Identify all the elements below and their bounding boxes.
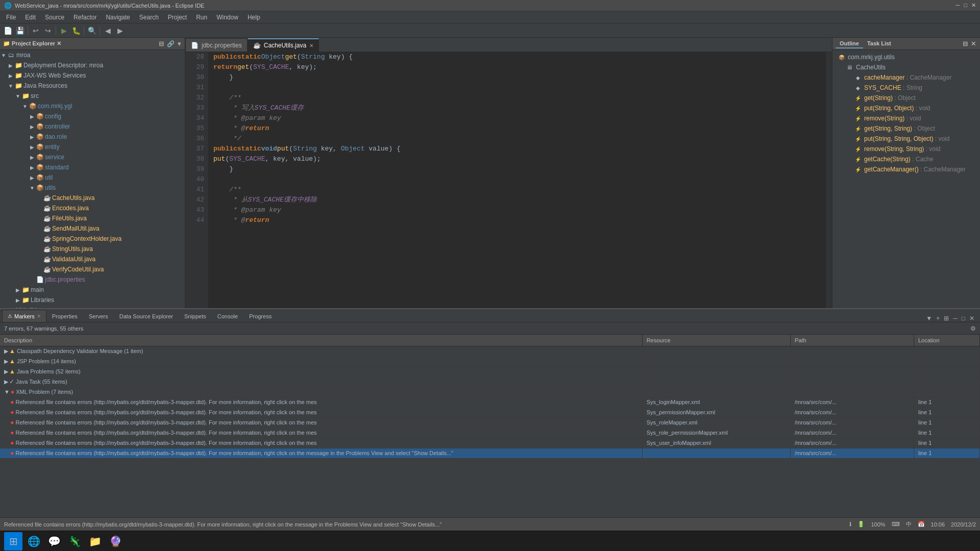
tree-item-FileUtils.java[interactable]: ☕FileUtils.java	[0, 213, 185, 223]
outline-collapse-btn[interactable]: ⊟	[962, 40, 969, 47]
tab-jdbc-properties[interactable]: 📄 jdbc.properties	[185, 38, 248, 52]
outline-item[interactable]: ⚡put(String, String, Object) : void	[832, 134, 980, 144]
save-btn[interactable]: 💾	[14, 25, 26, 36]
taskbar-app5[interactable]: 🔮	[106, 532, 125, 550]
bottom-tab-snippets[interactable]: Snippets	[179, 310, 212, 322]
table-row[interactable]: ● Referenced file contains errors (http:…	[0, 397, 980, 407]
tree-item-dao.role[interactable]: ▶📦dao.role	[0, 132, 185, 142]
menu-refactor[interactable]: Refactor	[69, 13, 101, 22]
col-description[interactable]: Description	[0, 335, 642, 346]
table-row[interactable]: ▶✓ Java Task (55 items)	[0, 377, 980, 387]
filter-problems-btn[interactable]: ▼	[924, 315, 934, 322]
collapse-all-btn[interactable]: ⊟	[158, 40, 165, 47]
problems-table-container[interactable]: Description Resource Path Location ▶▲ Cl…	[0, 335, 980, 517]
tree-item-jdbc.properties[interactable]: 📄jdbc.properties	[0, 274, 185, 285]
code-line-40[interactable]	[213, 174, 826, 185]
run-btn[interactable]: ▶	[58, 25, 69, 36]
menu-window[interactable]: Window	[212, 13, 242, 22]
tree-item-VerifyCodeUtil.java[interactable]: ☕VerifyCodeUtil.java	[0, 264, 185, 274]
tree-item-StringUtils.java[interactable]: ☕StringUtils.java	[0, 244, 185, 254]
tree-item-mroa[interactable]: ▼🗂mroa	[0, 50, 185, 60]
tree-item-src[interactable]: ▼📁src	[0, 91, 185, 101]
start-btn[interactable]: ⊞	[4, 532, 22, 550]
menu-source[interactable]: Source	[41, 13, 68, 22]
outline-item[interactable]: ⚡get(String, String) : Object	[832, 123, 980, 134]
debug-btn[interactable]: 🐛	[70, 25, 82, 36]
menu-help[interactable]: Help	[243, 13, 264, 22]
outline-tab-tasklist[interactable]: Task List	[863, 39, 895, 48]
bottom-min-btn[interactable]: ─	[951, 315, 959, 322]
new-btn[interactable]: 📄	[2, 25, 13, 36]
table-row[interactable]: ▼● XML Problem (7 items)	[0, 387, 980, 397]
group-arrow[interactable]: ▶	[4, 358, 8, 364]
expand-all-btn[interactable]: ⊞	[942, 315, 950, 322]
tree-item-utils[interactable]: ▼📦utils	[0, 183, 185, 193]
tree-item-SendMailUtil.java[interactable]: ☕SendMailUtil.java	[0, 223, 185, 234]
tree-item-controller[interactable]: ▶📦controller	[0, 121, 185, 132]
code-line-37[interactable]: public static void put(String key, Objec…	[213, 144, 826, 154]
undo-btn[interactable]: ↩	[30, 25, 41, 36]
editor-scrollbar[interactable]	[826, 52, 832, 308]
table-row[interactable]: ▶▲ JSP Problem (14 items)	[0, 356, 980, 366]
code-line-29[interactable]: return get(SYS_CACHE, key);	[213, 62, 826, 72]
outline-item[interactable]: ◆cacheManager : CacheManager	[832, 72, 980, 83]
tree-item-com.mrkj.ygl[interactable]: ▼📦com.mrkj.ygl	[0, 101, 185, 111]
tab-close-cache[interactable]: ✕	[309, 43, 313, 48]
table-row[interactable]: ● Referenced file contains errors (http:…	[0, 417, 980, 428]
code-line-28[interactable]: public static Object get(String key) {	[213, 52, 826, 62]
tree-item-config[interactable]: ▶📦config	[0, 111, 185, 121]
table-row[interactable]: ● Referenced file contains errors (http:…	[0, 407, 980, 417]
maximize-btn[interactable]: □	[964, 2, 967, 9]
filter-btn[interactable]: ⚙	[970, 325, 976, 332]
outline-tab-outline[interactable]: Outline	[836, 39, 863, 48]
col-resource[interactable]: Resource	[642, 335, 790, 346]
code-line-34[interactable]: * @param key	[213, 113, 826, 123]
code-line-31[interactable]	[213, 83, 826, 93]
code-line-41[interactable]: /**	[213, 185, 826, 195]
taskbar-browser[interactable]: 🌐	[24, 532, 43, 550]
menu-edit[interactable]: Edit	[21, 13, 40, 22]
tree-item-CacheUtils.java[interactable]: ☕CacheUtils.java	[0, 193, 185, 203]
code-line-35[interactable]: * @return	[213, 123, 826, 134]
menu-run[interactable]: Run	[192, 13, 211, 22]
table-row[interactable]: ▶▲ Java Problems (52 items)	[0, 366, 980, 377]
outline-item[interactable]: 🏛CacheUtils	[832, 62, 980, 72]
table-row[interactable]: ● Referenced file contains errors (http:…	[0, 448, 980, 458]
redo-btn[interactable]: ↪	[42, 25, 54, 36]
bottom-tab-servers[interactable]: Servers	[83, 310, 114, 322]
outline-item[interactable]: ◆SYS_CACHE : String	[832, 83, 980, 93]
code-line-30[interactable]: }	[213, 72, 826, 83]
bottom-tab-datasource[interactable]: Data Source Explorer	[114, 310, 179, 322]
prev-btn[interactable]: ◀	[102, 25, 113, 36]
code-line-33[interactable]: * 写入SYS_CACHE缓存	[213, 103, 826, 113]
new-task-btn[interactable]: +	[935, 315, 941, 322]
minimize-btn[interactable]: ─	[956, 2, 960, 9]
menu-search[interactable]: Search	[135, 13, 163, 22]
menu-project[interactable]: Project	[164, 13, 191, 22]
bottom-tab-progress[interactable]: Progress	[243, 310, 277, 322]
code-line-38[interactable]: put(SYS_CACHE, key, value);	[213, 154, 826, 164]
tree-item-Encodes.java[interactable]: ☕Encodes.java	[0, 203, 185, 213]
bottom-tab-markers[interactable]: ⚠ Markers ✕	[2, 310, 46, 322]
outline-item[interactable]: ⚡getCacheManager() : CacheManager	[832, 164, 980, 174]
code-line-42[interactable]: * 从SYS_CACHE缓存中移除	[213, 195, 826, 205]
col-location[interactable]: Location	[914, 335, 979, 346]
table-row[interactable]: ▶▲ Classpath Dependency Validator Messag…	[0, 346, 980, 356]
tree-item-java-resources[interactable]: ▼📁Java Resources	[0, 81, 185, 91]
group-arrow[interactable]: ▶	[4, 368, 8, 374]
taskbar-chat[interactable]: 💬	[45, 532, 63, 550]
tree-item-ValidataUtil.java[interactable]: ☕ValidataUtil.java	[0, 254, 185, 264]
menu-navigate[interactable]: Navigate	[102, 13, 134, 22]
outline-item[interactable]: ⚡getCache(String) : Cache	[832, 154, 980, 164]
tree-item-util[interactable]: ▶📦util	[0, 172, 185, 183]
tab-cacheutils[interactable]: ☕ CacheUtils.java ✕	[248, 38, 319, 52]
tree-item-Libraries[interactable]: ▶📁Libraries	[0, 295, 185, 305]
group-arrow[interactable]: ▶	[4, 379, 8, 385]
col-path[interactable]: Path	[791, 335, 914, 346]
outline-close-btn[interactable]: ✕	[970, 40, 977, 47]
tree-item-deployment[interactable]: ▶📁Deployment Descriptor: mroa	[0, 60, 185, 70]
tree-item-main[interactable]: ▶📁main	[0, 285, 185, 295]
menu-file[interactable]: File	[2, 13, 20, 22]
table-row[interactable]: ● Referenced file contains errors (http:…	[0, 438, 980, 448]
outline-item[interactable]: ⚡remove(String) : void	[832, 113, 980, 123]
